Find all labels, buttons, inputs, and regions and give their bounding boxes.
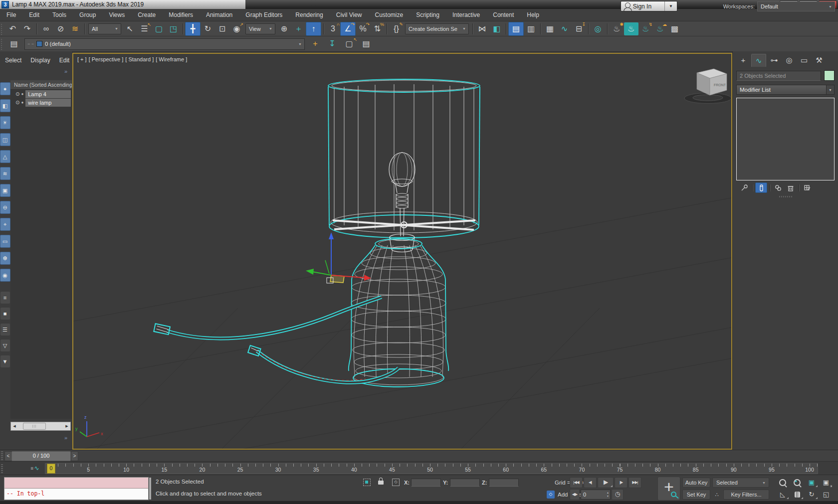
perspective-viewport[interactable]: [ + ][ Perspective ][ Standard ][ Wirefr… <box>72 53 732 450</box>
display-geometry-button[interactable]: ◧ <box>0 99 10 112</box>
viewport-canvas[interactable]: FRONT z x y <box>73 54 731 449</box>
previous-frame-button[interactable]: ◀| <box>584 477 597 488</box>
reference-coordinate-system-dropdown[interactable]: View▼ <box>245 23 275 34</box>
scroll-left-arrow[interactable]: ◀ <box>11 424 18 428</box>
visibility-eye-icon[interactable]: ⊙ <box>15 100 19 105</box>
viewport-standard-menu[interactable]: [ Standard ] <box>125 56 154 62</box>
layer-list-dropdown[interactable]: − −0 (default)▼ <box>24 38 305 50</box>
menu-civil-view[interactable]: Civil View <box>330 9 369 21</box>
object-name-field[interactable]: 2 Objects Selected <box>736 71 821 81</box>
rectangular-selection-region-button[interactable]: ▢ <box>152 22 166 35</box>
zoom-extents-all-button[interactable]: ▣▫ <box>820 477 833 488</box>
scrollbar-thumb[interactable] <box>23 423 46 430</box>
scroll-right-arrow[interactable]: ▶ <box>63 424 70 428</box>
toggle-layer-explorer-button[interactable]: ▤ <box>5 37 22 50</box>
named-selection-sets-dropdown[interactable]: Create Selection Se▼ <box>405 23 469 34</box>
mirror-button[interactable]: ⋈ <box>475 22 489 35</box>
auto-key-toggle[interactable]: Auto Key <box>682 478 710 488</box>
redo-button[interactable]: ↷ <box>20 22 34 35</box>
display-space-warps-button[interactable]: ≋ <box>0 167 10 180</box>
pan-view-button[interactable] <box>791 489 804 500</box>
make-unique-button[interactable] <box>773 183 784 192</box>
view-cube[interactable]: FRONT <box>684 69 731 104</box>
x-coord-field[interactable] <box>411 479 441 487</box>
menu-group[interactable]: Group <box>73 9 102 21</box>
zoom-region-button[interactable]: ◺ <box>776 489 789 500</box>
visibility-eye-icon[interactable]: ⊙ <box>15 91 19 97</box>
window-crossing-toggle[interactable]: ◳ <box>166 22 181 35</box>
set-key-toggle[interactable]: Set Key <box>682 490 710 500</box>
menu-interactive[interactable]: Interactive <box>446 9 486 21</box>
menu-create[interactable]: Create <box>131 9 162 21</box>
toggle-scene-explorer-button[interactable]: ▤ <box>508 22 524 36</box>
select-and-manipulate-button[interactable]: ＋ <box>291 22 306 35</box>
pin-stack-button[interactable] <box>739 183 750 192</box>
set-keys-button[interactable]: + <box>657 477 680 501</box>
display-cameras-button[interactable]: ◫ <box>0 133 10 146</box>
orbit-button[interactable]: ↻ <box>805 489 818 500</box>
select-objects-in-current-layer-button[interactable]: ▢↖ <box>341 37 358 50</box>
percent-snap-toggle[interactable]: %↷ <box>356 22 370 35</box>
undo-button[interactable]: ↶ <box>5 22 20 35</box>
create-new-layer-button[interactable]: + <box>307 37 324 50</box>
listener-splitter[interactable] <box>149 478 151 500</box>
selection-dot-icon[interactable]: ● <box>21 92 23 96</box>
show-end-result-toggle[interactable] <box>755 182 767 193</box>
list-item[interactable]: ⊙●wire lamp <box>10 98 72 107</box>
tab-modify[interactable]: ∿ <box>751 54 766 67</box>
display-bones-button[interactable]: ⌖ <box>0 218 10 231</box>
toolbar-grip[interactable] <box>1 23 3 35</box>
selection-filter-dropdown[interactable]: All▼ <box>88 23 121 34</box>
viewport-pov-menu[interactable]: [ Perspective ] <box>89 56 124 62</box>
selection-dot-icon[interactable]: ● <box>21 100 23 105</box>
listener-macro-row[interactable] <box>4 478 148 489</box>
add-selection-to-current-layer-button[interactable]: ↧ <box>324 37 341 50</box>
display-containers-button[interactable]: ⊖ <box>0 201 10 214</box>
angle-snap-toggle[interactable]: ∠↷ <box>340 22 356 36</box>
explorer-overflow-chevron-bottom[interactable]: » <box>64 435 67 441</box>
viewport-shading-menu[interactable]: [ Wireframe ] <box>156 56 187 62</box>
z-coord-field[interactable] <box>489 479 519 487</box>
sign-in-dropdown-arrow[interactable]: ▼ <box>664 1 677 11</box>
app-icon[interactable]: 3 <box>1 1 9 8</box>
explorer-overflow-chevron[interactable]: » <box>64 68 67 74</box>
maxscript-mini-listener[interactable]: -- In top-l <box>4 477 149 500</box>
menu-modifiers[interactable]: Modifiers <box>162 9 200 21</box>
select-and-rotate-button[interactable]: ↻ <box>201 22 215 35</box>
key-filter-set-dropdown[interactable]: Selected ▼ <box>712 478 769 488</box>
display-lights-button[interactable]: ☀ <box>0 116 10 129</box>
panel-resize-grip[interactable] <box>779 196 792 197</box>
zoom-all-button[interactable] <box>791 477 804 488</box>
configure-modifier-sets-button[interactable] <box>802 183 813 192</box>
display-hidden-button[interactable]: ❆ <box>0 252 10 265</box>
use-pivot-point-center-button[interactable]: ⊕ <box>277 22 291 35</box>
tab-motion[interactable]: ◎ <box>782 54 796 66</box>
display-materials-button[interactable]: ◉ <box>0 269 10 282</box>
y-coord-field[interactable] <box>450 479 480 487</box>
explorer-menu-edit[interactable]: Edit <box>55 54 75 66</box>
zoom-button[interactable] <box>776 477 789 488</box>
tab-create[interactable]: + <box>736 54 750 66</box>
sign-in-button[interactable]: Sign In ▼ <box>621 1 677 11</box>
play-animation-button[interactable]: ▶ <box>598 477 614 488</box>
selection-lock-toggle[interactable] <box>378 481 384 485</box>
menu-edit[interactable]: Edit <box>22 9 46 21</box>
menu-animation[interactable]: Animation <box>200 9 239 21</box>
menu-help[interactable]: Help <box>520 9 546 21</box>
viewport-general-menu[interactable]: [ + ] <box>77 56 87 62</box>
track-bar-grip[interactable] <box>1 463 3 473</box>
bind-to-space-warp-button[interactable]: ≋ <box>68 22 82 35</box>
unlink-selection-button[interactable]: ⊘ <box>53 22 68 35</box>
select-by-name-button[interactable]: ☰↖ <box>137 22 152 35</box>
menu-views[interactable]: Views <box>102 9 131 21</box>
lamp-base-wireframe[interactable] <box>349 239 449 387</box>
tab-display[interactable]: ▭ <box>797 54 811 66</box>
select-and-uniform-scale-button[interactable]: ⊡ <box>215 22 229 35</box>
time-slider-handle[interactable]: 0 / 100 <box>11 451 71 461</box>
go-to-end-button[interactable]: ▶▶| <box>628 477 641 488</box>
rendered-frame-window-button[interactable]: ♨ <box>624 22 638 35</box>
render-in-cloud-button[interactable]: ♨☁ <box>653 22 667 35</box>
bulb-wireframe[interactable] <box>389 153 415 252</box>
curve-editor-button[interactable]: ∿ <box>557 22 572 35</box>
isolate-selection-toggle[interactable] <box>363 479 371 486</box>
